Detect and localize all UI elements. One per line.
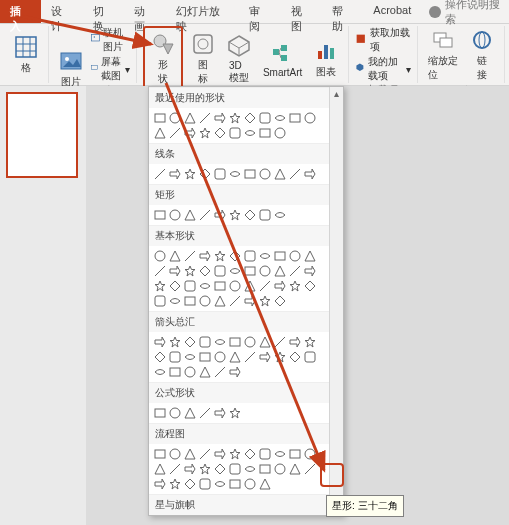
shape-thumb[interactable]: [213, 406, 227, 420]
shape-thumb[interactable]: [153, 264, 167, 278]
shape-thumb[interactable]: [288, 249, 302, 263]
shape-thumb[interactable]: [198, 447, 212, 461]
shape-thumb[interactable]: [228, 264, 242, 278]
shape-thumb[interactable]: [153, 350, 167, 364]
shape-thumb[interactable]: [168, 477, 182, 491]
shape-thumb[interactable]: [273, 249, 287, 263]
shape-thumb[interactable]: [273, 447, 287, 461]
shape-thumb[interactable]: [273, 126, 287, 140]
shape-thumb[interactable]: [213, 447, 227, 461]
shape-thumb[interactable]: [153, 126, 167, 140]
shape-thumb[interactable]: [258, 279, 272, 293]
shape-thumb[interactable]: [183, 350, 197, 364]
shape-thumb[interactable]: [258, 462, 272, 476]
shape-thumb[interactable]: [228, 126, 242, 140]
link-button[interactable]: 链 接: [466, 26, 498, 84]
shape-thumb[interactable]: [198, 294, 212, 308]
shape-thumb[interactable]: [153, 335, 167, 349]
tell-me-search[interactable]: 操作说明搜索: [429, 0, 509, 23]
shape-thumb[interactable]: [213, 365, 227, 379]
tab-transition[interactable]: 切换: [83, 0, 124, 23]
shape-thumb[interactable]: [243, 126, 257, 140]
shape-thumb[interactable]: [168, 249, 182, 263]
shape-thumb[interactable]: [228, 294, 242, 308]
shape-thumb[interactable]: [168, 406, 182, 420]
shape-thumb[interactable]: [183, 447, 197, 461]
shape-thumb[interactable]: [183, 264, 197, 278]
tab-view[interactable]: 视图: [281, 0, 322, 23]
shape-thumb[interactable]: [258, 208, 272, 222]
shape-thumb[interactable]: [183, 279, 197, 293]
shape-thumb[interactable]: [273, 208, 287, 222]
shape-thumb[interactable]: [303, 264, 317, 278]
shape-thumb[interactable]: [198, 264, 212, 278]
shape-thumb[interactable]: [228, 335, 242, 349]
shape-thumb[interactable]: [258, 111, 272, 125]
shape-thumb[interactable]: [243, 208, 257, 222]
shape-thumb[interactable]: [198, 477, 212, 491]
shape-thumb[interactable]: [228, 477, 242, 491]
shape-thumb[interactable]: [168, 335, 182, 349]
shape-thumb[interactable]: [288, 350, 302, 364]
shape-thumb[interactable]: [198, 350, 212, 364]
shapes-button[interactable]: 形 状: [147, 30, 179, 88]
shape-thumb[interactable]: [258, 335, 272, 349]
shape-thumb[interactable]: [273, 462, 287, 476]
shape-thumb[interactable]: [243, 335, 257, 349]
shape-thumb[interactable]: [273, 111, 287, 125]
shape-thumb[interactable]: [153, 279, 167, 293]
shape-thumb[interactable]: [168, 111, 182, 125]
shape-thumb[interactable]: [258, 126, 272, 140]
shape-thumb[interactable]: [303, 167, 317, 181]
shape-thumb[interactable]: [228, 447, 242, 461]
shape-thumb[interactable]: [168, 294, 182, 308]
get-addins-button[interactable]: 获取加载项: [355, 26, 411, 54]
shape-thumb[interactable]: [198, 406, 212, 420]
shape-thumb[interactable]: [288, 335, 302, 349]
shape-thumb[interactable]: [153, 462, 167, 476]
shape-thumb[interactable]: [303, 447, 317, 461]
shape-thumb[interactable]: [183, 365, 197, 379]
shape-thumb[interactable]: [198, 365, 212, 379]
shape-thumb[interactable]: [153, 365, 167, 379]
shape-thumb[interactable]: [213, 167, 227, 181]
shape-thumb[interactable]: [183, 462, 197, 476]
shape-thumb[interactable]: [288, 447, 302, 461]
shape-thumb[interactable]: [153, 111, 167, 125]
shape-thumb[interactable]: [168, 462, 182, 476]
shape-thumb[interactable]: [243, 294, 257, 308]
shape-thumb[interactable]: [183, 294, 197, 308]
shape-thumb[interactable]: [243, 279, 257, 293]
tab-help[interactable]: 帮助: [322, 0, 363, 23]
tab-animation[interactable]: 动画: [124, 0, 165, 23]
shape-thumb[interactable]: [213, 350, 227, 364]
shape-thumb[interactable]: [168, 447, 182, 461]
tab-insert[interactable]: 插入: [0, 0, 41, 23]
shape-thumb[interactable]: [303, 462, 317, 476]
tab-review[interactable]: 审阅: [239, 0, 280, 23]
shape-thumb[interactable]: [228, 462, 242, 476]
shape-thumb[interactable]: [213, 126, 227, 140]
shape-thumb[interactable]: [168, 279, 182, 293]
shape-thumb[interactable]: [213, 279, 227, 293]
shape-thumb[interactable]: [243, 167, 257, 181]
picture-button[interactable]: 图片: [55, 47, 87, 91]
shape-thumb[interactable]: [153, 294, 167, 308]
shape-thumb[interactable]: [168, 365, 182, 379]
shape-thumb[interactable]: [168, 208, 182, 222]
screenshot-button[interactable]: 屏幕截图▾: [91, 55, 130, 83]
shape-thumb[interactable]: [198, 335, 212, 349]
shape-thumb[interactable]: [258, 294, 272, 308]
shape-thumb[interactable]: [288, 462, 302, 476]
shape-thumb[interactable]: [228, 406, 242, 420]
shape-thumb[interactable]: [213, 208, 227, 222]
shape-thumb[interactable]: [228, 111, 242, 125]
shape-thumb[interactable]: [243, 477, 257, 491]
shape-thumb[interactable]: [303, 249, 317, 263]
shape-thumb[interactable]: [258, 249, 272, 263]
shape-thumb[interactable]: [288, 111, 302, 125]
shape-thumb[interactable]: [273, 335, 287, 349]
shape-thumb[interactable]: [213, 264, 227, 278]
shape-thumb[interactable]: [243, 350, 257, 364]
shape-thumb[interactable]: [273, 279, 287, 293]
